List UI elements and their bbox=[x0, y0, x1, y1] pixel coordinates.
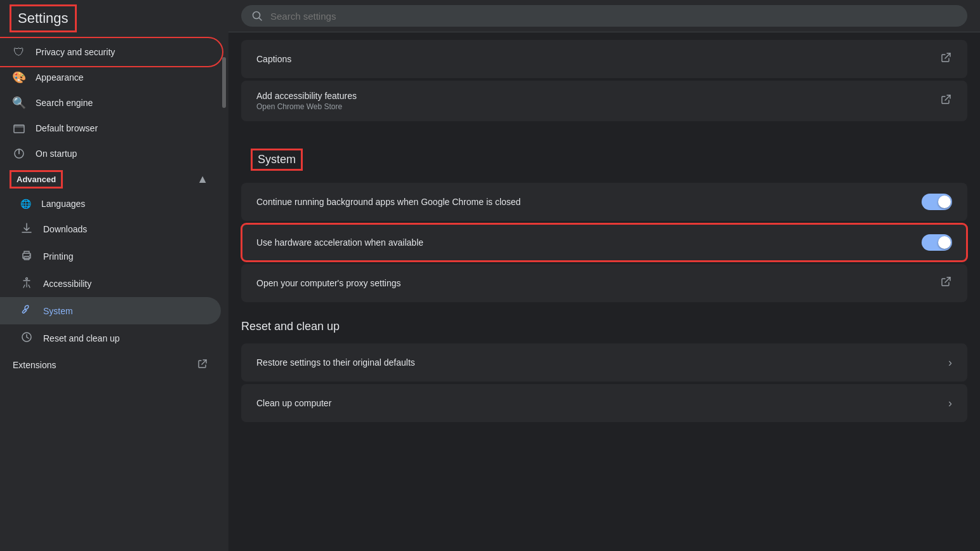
captions-row[interactable]: Captions bbox=[241, 40, 967, 78]
sidebar-item-extensions[interactable]: Extensions bbox=[0, 352, 221, 378]
captions-title: Captions bbox=[256, 54, 291, 64]
globe-icon: 🌐 bbox=[20, 199, 31, 209]
search-bar bbox=[228, 0, 980, 32]
sidebar-item-languages[interactable]: 🌐 Languages bbox=[0, 192, 221, 215]
background-apps-row[interactable]: Continue running background apps when Go… bbox=[241, 183, 967, 221]
sidebar-item-browser[interactable]: Default browser bbox=[0, 116, 221, 141]
hardware-acceleration-card: Use hardware acceleration when available bbox=[241, 223, 967, 262]
hardware-acceleration-row[interactable]: Use hardware acceleration when available bbox=[241, 223, 967, 262]
hardware-acceleration-toggle[interactable] bbox=[922, 234, 952, 251]
captions-card: Captions bbox=[241, 40, 967, 78]
svg-line-10 bbox=[202, 360, 206, 364]
sidebar-item-startup[interactable]: On startup bbox=[0, 141, 221, 166]
sidebar-item-label: Default browser bbox=[36, 123, 98, 133]
sidebar-navigation: 🛡 Privacy and security 🎨 Appearance 🔍 Se… bbox=[0, 37, 228, 551]
sidebar-item-label: Privacy and security bbox=[36, 47, 115, 57]
external-link-icon-2 bbox=[939, 93, 952, 109]
external-link-icon bbox=[939, 51, 952, 67]
content-scroll: Captions Add accessibility features Ope bbox=[228, 32, 980, 551]
search-icon bbox=[251, 10, 263, 22]
restore-card: Restore settings to their original defau… bbox=[241, 343, 967, 382]
sidebar-item-search[interactable]: 🔍 Search engine bbox=[0, 90, 221, 116]
svg-line-13 bbox=[945, 53, 950, 58]
cleanup-row[interactable]: Clean up computer › bbox=[241, 384, 967, 422]
sidebar-item-label: Downloads bbox=[43, 224, 87, 234]
sidebar-item-reset[interactable]: Reset and clean up bbox=[0, 324, 221, 352]
svg-rect-1 bbox=[14, 125, 24, 128]
svg-line-12 bbox=[260, 18, 262, 21]
proxy-row[interactable]: Open your computer's proxy settings bbox=[241, 264, 967, 302]
background-apps-title: Continue running background apps when Go… bbox=[256, 197, 520, 207]
add-accessibility-card: Add accessibility features Open Chrome W… bbox=[241, 81, 967, 121]
accessibility-cards: Captions Add accessibility features Ope bbox=[228, 32, 980, 121]
chevron-right-icon-2: › bbox=[948, 397, 952, 410]
search-input[interactable] bbox=[270, 11, 957, 22]
restore-row[interactable]: Restore settings to their original defau… bbox=[241, 343, 967, 382]
sidebar-advanced-toggle[interactable]: Advanced ▲ bbox=[0, 166, 221, 192]
proxy-title: Open your computer's proxy settings bbox=[256, 278, 401, 288]
restore-title: Restore settings to their original defau… bbox=[256, 357, 415, 368]
chevron-right-icon: › bbox=[948, 356, 952, 369]
svg-point-8 bbox=[26, 278, 28, 280]
add-accessibility-row[interactable]: Add accessibility features Open Chrome W… bbox=[241, 81, 967, 121]
sidebar-header: Settings bbox=[0, 0, 228, 37]
sidebar-item-privacy[interactable]: 🛡 Privacy and security bbox=[0, 39, 221, 65]
sidebar-item-downloads[interactable]: Downloads bbox=[0, 215, 221, 242]
sidebar-item-label: On startup bbox=[36, 149, 77, 159]
external-link-icon-3 bbox=[939, 276, 952, 291]
cleanup-title: Clean up computer bbox=[256, 398, 331, 408]
advanced-label: Advanced bbox=[13, 173, 60, 185]
external-link-icon bbox=[197, 358, 208, 371]
sidebar-item-label: Accessibility bbox=[43, 279, 91, 289]
history-icon bbox=[20, 331, 33, 345]
scrollbar-thumb[interactable] bbox=[222, 57, 226, 108]
svg-point-11 bbox=[253, 12, 260, 19]
download-icon bbox=[20, 222, 33, 236]
reset-heading: Reset and clean up bbox=[228, 305, 980, 341]
add-accessibility-subtitle: Open Chrome Web Store bbox=[256, 102, 357, 111]
sidebar-item-label: System bbox=[43, 306, 73, 316]
cleanup-card: Clean up computer › bbox=[241, 384, 967, 422]
power-icon bbox=[13, 147, 25, 160]
browser-icon bbox=[13, 122, 25, 135]
wrench-icon bbox=[20, 303, 33, 318]
sidebar-item-label: Appearance bbox=[36, 72, 84, 83]
reset-cards: Restore settings to their original defau… bbox=[228, 343, 980, 422]
sidebar-item-accessibility[interactable]: Accessibility bbox=[0, 270, 221, 297]
print-icon bbox=[20, 249, 33, 263]
svg-line-14 bbox=[945, 95, 950, 100]
system-section: System Continue running background apps … bbox=[228, 124, 980, 302]
scrollbar-track[interactable] bbox=[222, 0, 226, 551]
sidebar-item-label: Printing bbox=[43, 251, 73, 262]
sidebar-item-label: Languages bbox=[41, 199, 85, 209]
toggle-thumb bbox=[938, 236, 951, 249]
sidebar-item-appearance[interactable]: 🎨 Appearance bbox=[0, 65, 221, 90]
shield-icon: 🛡 bbox=[13, 46, 25, 58]
system-cards: Continue running background apps when Go… bbox=[228, 183, 980, 302]
chevron-up-icon: ▲ bbox=[197, 173, 208, 186]
palette-icon: 🎨 bbox=[13, 71, 25, 84]
search-icon: 🔍 bbox=[13, 96, 25, 109]
accessibility-icon bbox=[20, 276, 33, 291]
system-heading: System bbox=[254, 152, 300, 168]
advanced-left: Advanced bbox=[13, 173, 60, 185]
add-accessibility-text: Add accessibility features Open Chrome W… bbox=[256, 91, 357, 111]
sidebar-item-printing[interactable]: Printing bbox=[0, 242, 221, 270]
main-content: Captions Add accessibility features Ope bbox=[228, 0, 980, 551]
background-apps-toggle[interactable] bbox=[922, 194, 952, 210]
background-apps-card: Continue running background apps when Go… bbox=[241, 183, 967, 221]
proxy-card: Open your computer's proxy settings bbox=[241, 264, 967, 302]
settings-title[interactable]: Settings bbox=[13, 8, 74, 29]
search-input-wrap[interactable] bbox=[241, 5, 967, 27]
sidebar-item-label: Reset and clean up bbox=[43, 333, 120, 343]
svg-point-7 bbox=[29, 255, 30, 256]
sidebar-item-label: Search engine bbox=[36, 98, 93, 108]
reset-section: Reset and clean up Restore settings to t… bbox=[228, 305, 980, 422]
sidebar-item-system[interactable]: System bbox=[0, 297, 221, 324]
extensions-label: Extensions bbox=[13, 360, 56, 370]
toggle-thumb bbox=[938, 196, 951, 208]
svg-line-15 bbox=[945, 277, 950, 282]
add-accessibility-title: Add accessibility features bbox=[256, 91, 357, 101]
hardware-acceleration-title: Use hardware acceleration when available bbox=[256, 237, 423, 248]
sidebar: Settings 🛡 Privacy and security 🎨 Appear… bbox=[0, 0, 228, 551]
